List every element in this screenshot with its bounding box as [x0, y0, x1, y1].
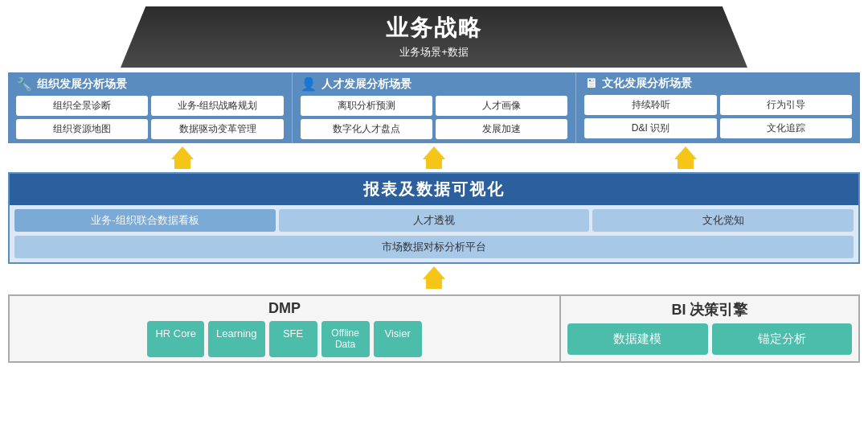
arrow-talent-head: [423, 146, 445, 159]
scenario-talent: 👤 人才发展分析场景 离职分析预测 人才画像 数字化人才盘点 发展加速: [293, 72, 577, 143]
bi-item-1: 锚定分析: [712, 323, 853, 355]
arrow-culture-body: [678, 159, 694, 169]
scenarios-row: 🔧 组织发展分析场景 组织全景诊断 业务-组织战略规划 组织资源地图 数据驱动变…: [8, 72, 860, 143]
strategy-subtitle: 业务场景+数据: [137, 45, 731, 60]
scenario-talent-label: 人才发展分析场景: [321, 77, 411, 92]
culture-cards: 持续聆听 行为引导 D&I 识别 文化追踪: [584, 95, 852, 138]
bi-title: BI 决策引擎: [567, 300, 852, 319]
org-icon: 🔧: [16, 76, 32, 92]
report-item-1: 人才透视: [279, 209, 589, 232]
dmp-title: DMP: [16, 300, 553, 317]
dmp-item-sfe: SFE: [269, 321, 317, 357]
arrow-up-dmp: [423, 266, 445, 289]
reports-bottom-row: 市场数据对标分析平台: [10, 236, 858, 262]
dmp-item-hrcore: HR Core: [147, 321, 204, 357]
arrow-talent: [423, 146, 445, 169]
dmp-item-learning: Learning: [208, 321, 265, 357]
strategy-title: 业务战略: [137, 13, 731, 43]
arrow-talent-body: [426, 159, 442, 169]
reports-items-row: 业务-组织联合数据看板 人才透视 文化觉知: [10, 205, 858, 236]
culture-card-0: 持续聆听: [584, 95, 716, 115]
market-bar: 市场数据对标分析平台: [14, 236, 854, 258]
arrow-dmp-to-reports: [8, 264, 860, 291]
talent-card-0: 离职分析预测: [301, 96, 432, 116]
bottom-section: DMP HR Core Learning SFE Offline Data Vi…: [8, 294, 860, 363]
org-cards: 组织全景诊断 业务-组织战略规划 组织资源地图 数据驱动变革管理: [16, 96, 284, 139]
talent-icon: 👤: [301, 76, 317, 92]
arrow-culture: [674, 146, 697, 169]
dmp-item-offline: Offline Data: [321, 321, 370, 357]
culture-icon: 🖥: [584, 76, 597, 91]
talent-card-1: 人才画像: [436, 96, 567, 116]
scenario-culture: 🖥 文化发展分析场景 持续聆听 行为引导 D&I 识别 文化追踪: [576, 72, 860, 143]
org-card-3: 数据驱动变革管理: [151, 119, 283, 139]
bi-item-0: 数据建模: [567, 323, 708, 355]
org-card-1: 业务-组织战略规划: [151, 96, 283, 116]
report-item-2: 文化觉知: [592, 209, 854, 232]
scenario-org-header: 🔧 组织发展分析场景: [16, 76, 284, 92]
culture-card-3: 文化追踪: [720, 118, 852, 138]
dmp-item-visier: Visier: [374, 321, 422, 357]
scenario-org: 🔧 组织发展分析场景 组织全景诊断 业务-组织战略规划 组织资源地图 数据驱动变…: [8, 72, 293, 143]
reports-section: 报表及数据可视化 业务-组织联合数据看板 人才透视 文化觉知 市场数据对标分析平…: [8, 172, 860, 264]
culture-card-1: 行为引导: [720, 95, 852, 115]
org-card-0: 组织全景诊断: [16, 96, 148, 116]
talent-card-2: 数字化人才盘点: [301, 119, 432, 139]
arrows-to-reports: [8, 143, 860, 172]
arrow-org-head: [171, 146, 194, 159]
bi-section: BI 决策引擎 数据建模 锚定分析: [561, 296, 858, 361]
talent-cards: 离职分析预测 人才画像 数字化人才盘点 发展加速: [301, 96, 568, 139]
report-item-0: 业务-组织联合数据看板: [14, 209, 276, 232]
scenario-culture-header: 🖥 文化发展分析场景: [584, 76, 852, 91]
arrow-dmp-head: [423, 266, 445, 279]
org-card-2: 组织资源地图: [16, 119, 148, 139]
arrow-org: [171, 146, 194, 169]
arrow-dmp-body: [426, 279, 442, 289]
dmp-section: DMP HR Core Learning SFE Offline Data Vi…: [10, 296, 561, 361]
arrow-org-body: [174, 159, 190, 169]
scenario-talent-header: 👤 人才发展分析场景: [301, 76, 568, 92]
culture-card-2: D&I 识别: [584, 118, 716, 138]
bi-items: 数据建模 锚定分析: [567, 323, 852, 355]
arrow-culture-head: [674, 146, 697, 159]
scenario-culture-label: 文化发展分析场景: [602, 76, 692, 91]
talent-card-3: 发展加速: [436, 119, 567, 139]
strategy-banner: 业务战略 业务场景+数据: [121, 6, 747, 68]
scenario-org-label: 组织发展分析场景: [37, 77, 127, 92]
dmp-items: HR Core Learning SFE Offline Data Visier: [16, 321, 553, 357]
strategy-banner-container: 业务战略 业务场景+数据: [8, 6, 860, 68]
reports-title: 报表及数据可视化: [10, 174, 858, 205]
